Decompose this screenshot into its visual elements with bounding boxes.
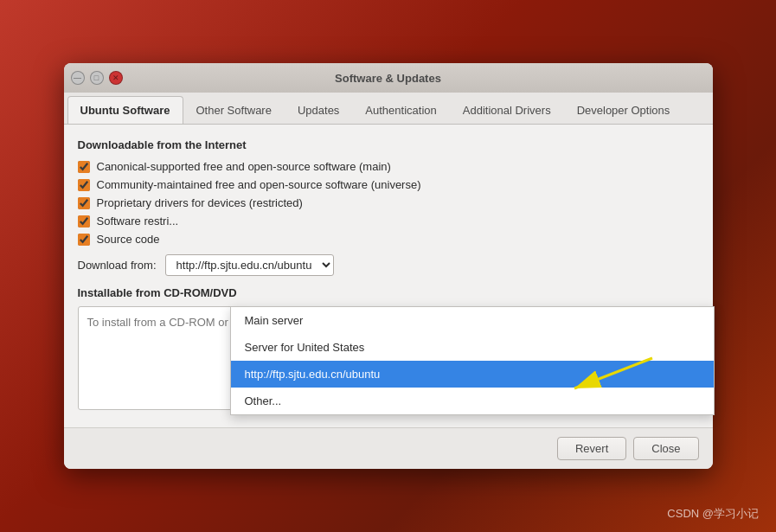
window-title: Software & Updates	[123, 72, 654, 85]
revert-button[interactable]: Revert	[557, 437, 626, 460]
main-window: — □ ✕ Software & Updates Ubuntu Software…	[64, 63, 713, 469]
tab-updates[interactable]: Updates	[285, 96, 352, 124]
titlebar: — □ ✕ Software & Updates	[64, 63, 713, 93]
installable-section-title: Installable from CD-ROM/DVD	[78, 286, 699, 299]
tab-bar: Ubuntu Software Other Software Updates A…	[64, 93, 713, 125]
footer: Revert Close	[64, 427, 713, 469]
tab-ubuntu-software[interactable]: Ubuntu Software	[67, 96, 183, 124]
close-button[interactable]: Close	[633, 437, 698, 460]
maximize-button[interactable]: □	[90, 71, 104, 85]
checkbox-software-restricted[interactable]: Software restri...	[78, 215, 699, 228]
dropdown-main-server[interactable]: Main server	[231, 307, 714, 334]
tab-content: Downloadable from the Internet Canonical…	[64, 125, 713, 427]
download-from-label: Download from:	[78, 259, 157, 272]
checkbox-software-restricted-label: Software restri...	[97, 215, 179, 228]
checkbox-proprietary-label: Proprietary drivers for devices (restric…	[97, 196, 303, 209]
checkbox-source-code[interactable]: Source code	[78, 233, 699, 246]
checkbox-canonical-label: Canonical-supported free and open-source…	[97, 160, 391, 173]
downloadable-section-title: Downloadable from the Internet	[78, 138, 699, 151]
tab-authentication[interactable]: Authentication	[352, 96, 449, 124]
download-from-row: Download from: http://ftp.sjtu.edu.cn/ub…	[78, 254, 699, 276]
checkbox-community-input[interactable]	[78, 179, 90, 191]
tab-developer-options[interactable]: Developer Options	[564, 96, 683, 124]
checkbox-source-code-label: Source code	[97, 233, 160, 246]
arrow-pointer	[557, 349, 661, 405]
checkbox-proprietary[interactable]: Proprietary drivers for devices (restric…	[78, 196, 699, 209]
checkbox-software-restricted-input[interactable]	[78, 215, 90, 228]
download-from-select[interactable]: http://ftp.sjtu.edu.cn/ubuntu	[165, 254, 334, 276]
close-window-button[interactable]: ✕	[109, 71, 123, 85]
checkbox-community[interactable]: Community-maintained free and open-sourc…	[78, 178, 699, 191]
svg-line-1	[574, 358, 652, 388]
tab-additional-drivers[interactable]: Additional Drivers	[450, 96, 564, 124]
checkbox-proprietary-input[interactable]	[78, 197, 90, 209]
checkbox-canonical[interactable]: Canonical-supported free and open-source…	[78, 160, 699, 173]
window-controls: — □ ✕	[71, 71, 123, 85]
tab-other-software[interactable]: Other Software	[183, 96, 285, 124]
checkbox-community-label: Community-maintained free and open-sourc…	[97, 178, 421, 191]
checkbox-source-code-input[interactable]	[78, 234, 90, 246]
minimize-button[interactable]: —	[71, 71, 85, 85]
watermark: CSDN @学习小记	[667, 506, 759, 522]
checkbox-canonical-input[interactable]	[78, 161, 90, 173]
